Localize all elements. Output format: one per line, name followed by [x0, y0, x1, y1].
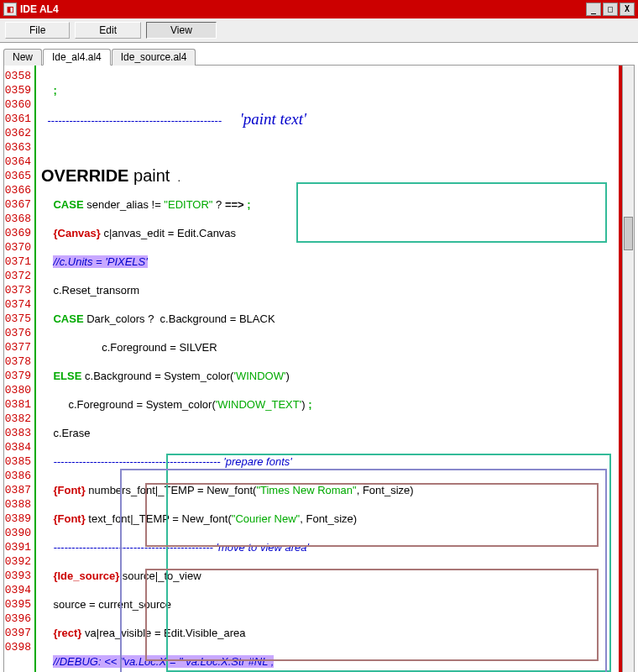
line-number: 0366: [4, 183, 34, 197]
titlebar: ◧ IDE AL4 _ □ X: [0, 0, 638, 18]
menu-edit[interactable]: Edit: [75, 22, 141, 39]
line-number: 0385: [4, 454, 34, 469]
line-number: 0369: [4, 226, 34, 240]
close-button[interactable]: X: [620, 3, 635, 16]
line-number: 0358: [4, 69, 34, 83]
editor: 0358035903600361036203630364036503660367…: [3, 66, 635, 672]
line-number: 0394: [4, 583, 34, 597]
line-number: 0382: [4, 412, 34, 426]
line-number: 0377: [4, 340, 34, 354]
scrollbar-thumb[interactable]: [624, 217, 633, 250]
line-number: 0390: [4, 526, 34, 540]
line-number: 0361: [4, 112, 34, 126]
line-number: 0389: [4, 512, 34, 526]
line-number: 0379: [4, 369, 34, 383]
line-number: 0393: [4, 569, 34, 583]
line-number: 0363: [4, 140, 34, 155]
tab-bar: New Ide_al4.al4 Ide_source.al4: [3, 48, 635, 66]
line-number: 0395: [4, 597, 34, 612]
line-number: 0360: [4, 97, 34, 112]
block-outline-green: [296, 182, 607, 243]
line-number: 0370: [4, 240, 34, 255]
tab-ide-al4[interactable]: Ide_al4.al4: [43, 49, 111, 66]
menu-file[interactable]: File: [5, 22, 70, 39]
block-outline-brown: [145, 483, 599, 547]
line-number: 0375: [4, 312, 34, 326]
code-area[interactable]: ; --------------------------------------…: [36, 66, 634, 672]
tab-ide-source[interactable]: Ide_source.al4: [112, 49, 196, 66]
line-number: 0368: [4, 212, 34, 226]
maximize-button[interactable]: □: [603, 3, 618, 16]
line-number: 0386: [4, 469, 34, 483]
minimize-button[interactable]: _: [586, 3, 601, 16]
tab-new[interactable]: New: [3, 49, 42, 66]
line-number: 0396: [4, 612, 34, 626]
workspace: New Ide_al4.al4 Ide_source.al4 035803590…: [0, 43, 638, 672]
line-number: 0365: [4, 169, 34, 183]
app-icon: ◧: [3, 3, 17, 16]
line-number: 0362: [4, 126, 34, 140]
line-number: 0376: [4, 326, 34, 340]
menubar: File Edit View: [0, 18, 638, 43]
line-number: 0367: [4, 197, 34, 212]
line-number: 0374: [4, 297, 34, 312]
line-number: 0381: [4, 397, 34, 412]
vertical-scrollbar[interactable]: [622, 66, 634, 672]
line-number: 0391: [4, 540, 34, 554]
line-number: 0387: [4, 483, 34, 497]
line-number: 0372: [4, 269, 34, 283]
line-number: 0392: [4, 554, 34, 569]
menu-view[interactable]: View: [146, 22, 217, 39]
line-number: 0359: [4, 83, 34, 97]
window-title: IDE AL4: [20, 3, 59, 15]
line-number: 0397: [4, 626, 34, 640]
line-number: 0398: [4, 640, 34, 654]
line-number-gutter: 0358035903600361036203630364036503660367…: [4, 66, 36, 672]
line-number: 0364: [4, 155, 34, 169]
line-number: 0388: [4, 497, 34, 512]
line-number: 0373: [4, 283, 34, 297]
block-outline-brown-2: [145, 569, 599, 661]
line-number: 0378: [4, 354, 34, 369]
line-number: 0384: [4, 440, 34, 454]
line-number: 0380: [4, 383, 34, 397]
line-number: 0371: [4, 255, 34, 269]
line-number: 0383: [4, 426, 34, 440]
